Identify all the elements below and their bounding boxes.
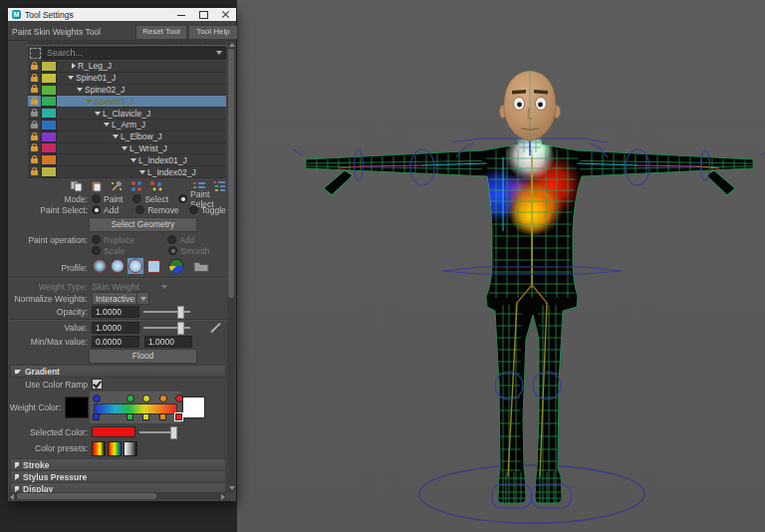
scroll-right-icon[interactable]	[221, 494, 225, 500]
close-button[interactable]	[214, 8, 236, 21]
opacity-field[interactable]: 1.0000	[92, 306, 139, 318]
joint-row[interactable]: L_Elbow_J	[28, 132, 226, 143]
ramp-key-dot[interactable]	[142, 395, 150, 402]
collapse-icon[interactable]	[139, 170, 145, 174]
use-color-ramp-checkbox[interactable]	[92, 379, 103, 390]
ramp-key-square[interactable]	[159, 413, 166, 420]
joint-color-swatch[interactable]	[41, 61, 57, 72]
joint-color-swatch[interactable]	[41, 108, 57, 119]
scroll-down-icon[interactable]	[229, 486, 235, 490]
viewport-panel[interactable]	[237, 0, 765, 532]
joint-color-swatch[interactable]	[41, 73, 57, 84]
viewport-canvas[interactable]	[237, 0, 765, 532]
collapse-icon[interactable]	[68, 76, 74, 80]
flood-button[interactable]: Flood	[89, 349, 197, 364]
expand-icon[interactable]	[72, 63, 76, 69]
joint-row[interactable]: L_Wrist_J	[28, 143, 226, 155]
selected-color-swatch[interactable]	[92, 426, 135, 437]
radio-paint-select[interactable]	[178, 194, 187, 203]
character-model[interactable]	[293, 71, 765, 508]
toggle-influence-icon[interactable]	[149, 180, 163, 192]
lock-icon[interactable]	[31, 100, 38, 105]
joint-color-swatch[interactable]	[41, 166, 57, 177]
radio-op-add[interactable]	[167, 235, 176, 244]
min-value-field[interactable]: 0.0000	[92, 336, 139, 348]
normalize-weights-select[interactable]: Interactive	[92, 292, 137, 305]
collapse-icon[interactable]	[77, 88, 83, 92]
panel-horizontal-scrollbar[interactable]	[9, 492, 226, 500]
ramp-key-dot[interactable]	[127, 395, 134, 402]
collapse-icon[interactable]	[122, 146, 128, 150]
color-preset-heat[interactable]	[92, 441, 106, 456]
scroll-up-icon[interactable]	[229, 43, 235, 47]
ramp-key-square[interactable]	[93, 413, 100, 420]
lock-icon[interactable]	[31, 88, 38, 93]
joint-color-swatch[interactable]	[41, 132, 57, 142]
weight-color-high-swatch[interactable]	[182, 397, 205, 418]
lock-icon[interactable]	[31, 170, 38, 175]
joint-row[interactable]: L_Arm_J	[28, 120, 226, 132]
brush-hard-selected[interactable]	[128, 258, 143, 274]
horizontal-scroll-thumb[interactable]	[17, 493, 156, 499]
joint-row[interactable]: L_Clavicle_J	[28, 108, 226, 120]
scroll-left-icon[interactable]	[10, 494, 14, 500]
minimize-button[interactable]	[170, 8, 192, 21]
collapse-icon[interactable]	[104, 123, 110, 127]
paste-weights-icon[interactable]	[90, 180, 104, 192]
radio-remove[interactable]	[135, 205, 144, 214]
search-input[interactable]: Search...	[43, 47, 226, 60]
lock-icon[interactable]	[31, 135, 38, 140]
radio-toggle[interactable]	[189, 205, 198, 214]
joint-row[interactable]: R_Leg_J	[28, 61, 226, 73]
ramp-key-dot[interactable]	[175, 395, 183, 402]
radio-smooth[interactable]	[168, 246, 177, 255]
radio-add[interactable]	[92, 205, 101, 214]
ramp-key-square[interactable]	[142, 413, 149, 420]
panel-vertical-scrollbar[interactable]	[227, 41, 235, 492]
opacity-slider[interactable]	[143, 306, 190, 317]
radio-paint[interactable]	[92, 194, 101, 203]
joint-row-selected[interactable]: Spine03_J	[28, 96, 226, 108]
collapse-icon[interactable]	[130, 158, 136, 162]
reset-tool-button[interactable]: Reset Tool	[135, 25, 187, 40]
joint-row[interactable]: Spine01_J	[28, 73, 226, 85]
move-influence-icon[interactable]	[129, 180, 143, 192]
collapse-icon[interactable]	[95, 112, 101, 116]
ramp-key-dot[interactable]	[93, 395, 101, 402]
copy-weights-icon[interactable]	[70, 180, 84, 192]
brush-square[interactable]	[145, 258, 161, 274]
joint-row[interactable]: L_Index02_J	[28, 166, 226, 178]
select-geometry-button[interactable]: Select Geometry	[89, 217, 197, 232]
tool-help-button[interactable]: Tool Help	[188, 25, 238, 40]
joint-row[interactable]: Spine02_J	[28, 85, 226, 97]
joint-color-swatch[interactable]	[41, 142, 57, 153]
joint-color-swatch[interactable]	[41, 96, 57, 107]
normalize-dropdown-button[interactable]	[137, 292, 149, 305]
selected-color-slider[interactable]	[139, 426, 177, 437]
weight-color-low-swatch[interactable]	[65, 397, 89, 418]
brush-medium[interactable]	[110, 258, 126, 274]
eyedropper-icon[interactable]	[210, 322, 221, 333]
radio-scale[interactable]	[92, 246, 101, 255]
max-value-field[interactable]: 1.0000	[144, 336, 192, 348]
search-dropdown-icon[interactable]	[216, 51, 222, 55]
ramp-sphere-icon[interactable]	[168, 258, 184, 274]
color-ramp-widget[interactable]	[90, 392, 181, 423]
collapse-icon[interactable]	[86, 100, 92, 104]
lock-icon[interactable]	[31, 124, 38, 129]
lock-icon[interactable]	[31, 158, 38, 163]
brush-soft[interactable]	[92, 258, 108, 274]
section-gradient[interactable]: Gradient	[10, 365, 226, 378]
hammer-tool-icon[interactable]	[110, 180, 124, 192]
joint-color-swatch[interactable]	[41, 154, 57, 165]
radio-replace[interactable]	[92, 235, 101, 244]
color-preset-grayscale[interactable]	[124, 441, 137, 456]
browse-folder-icon[interactable]	[193, 258, 209, 274]
ramp-key-square[interactable]	[127, 413, 133, 420]
value-field[interactable]: 1.0000	[92, 322, 139, 334]
window-titlebar[interactable]: M Tool Settings	[8, 8, 236, 21]
collapse-icon[interactable]	[113, 134, 119, 138]
color-preset-rainbow[interactable]	[108, 441, 122, 456]
lock-icon[interactable]	[31, 112, 38, 117]
joint-color-swatch[interactable]	[41, 85, 57, 96]
